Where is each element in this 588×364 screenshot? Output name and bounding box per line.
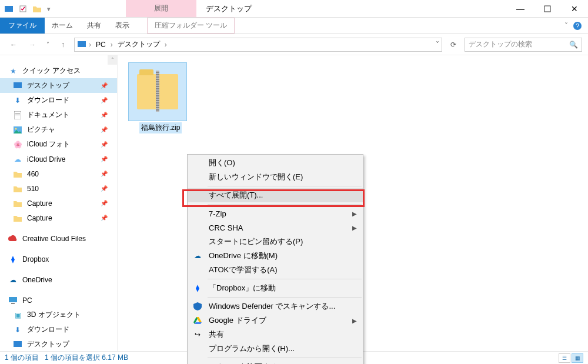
star-icon: ★ <box>8 66 18 76</box>
dropbox-icon: ⧫ <box>8 255 18 264</box>
back-button[interactable]: ← <box>6 37 21 52</box>
qat-item[interactable] <box>16 2 29 15</box>
tab-compressed-folder-tools[interactable]: 圧縮フォルダー ツール <box>147 18 235 34</box>
sidebar-item-downloads[interactable]: ⬇ダウンロード <box>0 322 117 337</box>
menu-item-onedrive-move[interactable]: ☁OneDrive に移動(M) <box>188 249 363 263</box>
sidebar-item-label: Capture <box>27 214 52 222</box>
breadcrumb-pc[interactable]: PC <box>93 41 108 49</box>
app-icon[interactable] <box>2 2 15 15</box>
menu-separator <box>208 358 362 358</box>
sidebar-item-creative-cloud[interactable]: Creative Cloud Files <box>0 231 117 246</box>
icons-view-button[interactable]: ▦ <box>572 353 583 363</box>
menu-item-open-with[interactable]: プログラムから開く(H)... <box>188 342 363 356</box>
refresh-button[interactable]: ⟳ <box>446 37 461 52</box>
sidebar-item-onedrive[interactable]: ☁OneDrive <box>0 272 117 287</box>
icloud-photo-icon: 🌸 <box>13 140 22 149</box>
sidebar-item-downloads[interactable]: ⬇ダウンロード📌 <box>0 93 117 108</box>
folder-icon <box>13 199 22 208</box>
menu-item-label: すべて展開(T)... <box>209 190 263 201</box>
sidebar-item-folder[interactable]: 460📌 <box>0 166 117 181</box>
menu-item-7zip[interactable]: 7-Zip▶ <box>188 206 363 221</box>
menu-item-open-new-window[interactable]: 新しいウィンドウで開く(E) <box>188 170 363 184</box>
svg-rect-8 <box>15 113 20 113</box>
address-dropdown-icon[interactable]: ˅ <box>436 41 439 49</box>
tab-home[interactable]: ホーム <box>45 18 80 34</box>
svg-rect-6 <box>14 82 22 88</box>
picture-icon <box>13 125 22 135</box>
folder-icon <box>13 184 22 193</box>
sidebar-item-folder[interactable]: 510📌 <box>0 181 117 196</box>
tab-view[interactable]: 表示 <box>108 18 136 34</box>
sidebar-item-dropbox[interactable]: ⧫Dropbox <box>0 252 117 266</box>
recent-dropdown-icon[interactable]: ˅ <box>44 37 52 52</box>
sidebar-item-icloud-photo[interactable]: 🌸iCloud フォト📌 <box>0 137 117 152</box>
sidebar-item-folder[interactable]: Capture📌 <box>0 196 117 211</box>
menu-item-pin-start[interactable]: スタートにピン留めする(P) <box>188 235 363 249</box>
search-icon[interactable]: 🔍 <box>569 41 578 49</box>
folder-icon <box>13 213 22 223</box>
sidebar-item-icloud-drive[interactable]: ☁iCloud Drive📌 <box>0 152 117 166</box>
sidebar-item-pictures[interactable]: ピクチャ📌 <box>0 122 117 137</box>
qat-dropdown-icon[interactable]: ▾ <box>45 2 53 15</box>
svg-rect-2 <box>544 6 550 12</box>
menu-item-extract-all[interactable]: すべて展開(T)... <box>188 188 363 202</box>
sidebar-item-pc[interactable]: PC <box>0 293 117 308</box>
sidebar-item-desktop[interactable]: デスクトップ <box>0 337 117 351</box>
search-input[interactable]: デスクトップの検索 🔍 <box>465 38 582 52</box>
sidebar-item-folder[interactable]: Capture📌 <box>0 211 117 225</box>
breadcrumb-separator[interactable]: › <box>111 41 113 49</box>
download-icon: ⬇ <box>13 96 22 105</box>
svg-point-11 <box>15 128 17 129</box>
menu-item-atok[interactable]: ATOKで学習する(A) <box>188 263 363 277</box>
ribbon-collapse-icon[interactable]: ˅ <box>564 22 568 30</box>
tab-share[interactable]: 共有 <box>80 18 108 34</box>
menu-item-defender-scan[interactable]: Windows Defender でスキャンする... <box>188 299 363 313</box>
address-bar[interactable]: › PC › デスクトップ › ˅ <box>74 38 442 52</box>
menu-item-label: Windows Defender でスキャンする... <box>209 301 335 312</box>
maximize-button[interactable] <box>534 0 561 17</box>
file-name[interactable]: 福島旅行.zip <box>139 122 182 133</box>
submenu-arrow-icon: ▶ <box>352 225 357 231</box>
quick-access-toolbar: ▾ <box>0 0 55 18</box>
menu-item-crc-sha[interactable]: CRC SHA▶ <box>188 221 363 235</box>
sidebar-item-3d-objects[interactable]: ▣3D オブジェクト <box>0 308 117 322</box>
svg-rect-14 <box>14 341 22 347</box>
breadcrumb-separator[interactable]: › <box>89 41 91 49</box>
scroll-up-icon[interactable]: ˄ <box>108 55 117 65</box>
svg-rect-9 <box>15 115 20 115</box>
sidebar-item-documents[interactable]: ドキュメント📌 <box>0 108 117 122</box>
gdrive-icon <box>192 315 203 326</box>
sidebar-item-desktop[interactable]: デスクトップ📌 <box>0 78 117 93</box>
menu-item-label: OneDrive に移動(M) <box>209 251 278 261</box>
menu-item-share[interactable]: ↪共有 <box>188 328 363 342</box>
svg-rect-0 <box>5 6 13 12</box>
sidebar-item-label: 510 <box>27 185 39 193</box>
search-placeholder: デスクトップの検索 <box>469 39 532 49</box>
up-button[interactable]: ↑ <box>55 37 71 52</box>
menu-item-open[interactable]: 開く(O) <box>188 156 363 170</box>
file-item-zip[interactable]: 福島旅行.zip <box>128 62 193 133</box>
minimize-button[interactable]: ― <box>507 0 534 17</box>
pin-icon: 📌 <box>101 82 108 89</box>
desktop-icon <box>13 81 22 91</box>
menu-item-dropbox-move[interactable]: ⧫「Dropbox」に移動 <box>188 281 363 295</box>
menu-item-google-drive[interactable]: Google ドライブ▶ <box>188 313 363 328</box>
close-button[interactable]: ✕ <box>561 0 588 17</box>
help-icon[interactable]: ? <box>573 21 582 31</box>
menu-item-label: 共有 <box>209 329 224 340</box>
navigation-bar: ← → ˅ ↑ › PC › デスクトップ › ˅ ⟳ デスクトップの検索 🔍 <box>0 34 588 55</box>
file-tab[interactable]: ファイル <box>0 18 45 34</box>
menu-item-label: プログラムから開く(H)... <box>209 343 295 354</box>
3d-icon: ▣ <box>13 310 22 320</box>
svg-text:?: ? <box>576 22 579 29</box>
breadcrumb-separator[interactable]: › <box>165 41 167 49</box>
menu-item-grant-access[interactable]: アクセスを許可する(G)▶ <box>188 360 363 364</box>
menu-separator <box>208 297 362 298</box>
sidebar-item-label: iCloud Drive <box>27 155 65 163</box>
breadcrumb-desktop[interactable]: デスクトップ <box>115 39 162 49</box>
quick-access-group[interactable]: ★ クイック アクセス <box>0 64 117 78</box>
pin-icon: 📌 <box>101 215 108 221</box>
details-view-button[interactable]: ☰ <box>559 353 570 363</box>
forward-button[interactable]: → <box>25 37 40 52</box>
menu-item-label: 開く(O) <box>209 158 235 168</box>
